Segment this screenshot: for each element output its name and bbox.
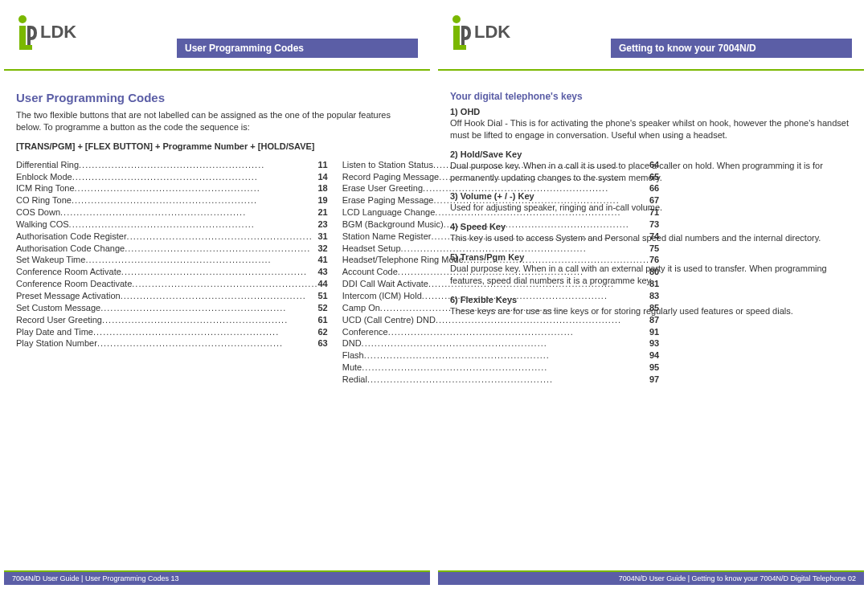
code-dots <box>93 326 318 338</box>
code-label: Listen to Station Status <box>342 159 433 171</box>
page-right: LDK Getting to know your 7004N/D Your di… <box>434 0 868 613</box>
key-heading: 2) Hold/Save Key <box>450 149 852 159</box>
header-area: LDK User Programming Codes <box>0 0 434 69</box>
code-row: CO Ring Tone19 <box>16 194 328 206</box>
code-dots <box>60 206 317 219</box>
code-row: Conference Room Deactivate44 <box>16 278 328 290</box>
footer-bar-right: 7004N/D User Guide | Getting to know you… <box>438 572 864 585</box>
code-number: 23 <box>318 219 328 231</box>
code-label: Intercom (ICM) Hold <box>342 290 422 302</box>
key-description: This key is used to access System and Pe… <box>450 232 852 244</box>
footer-left: 7004N/D User Guide | User Programming Co… <box>4 570 430 585</box>
logo-text: LDK <box>40 22 76 43</box>
code-label: COS Down <box>16 206 60 219</box>
code-dots <box>121 266 318 278</box>
key-description: Dual purpose key. When in a call with an… <box>450 263 852 287</box>
code-row: Authorisation Code Register31 <box>16 231 328 243</box>
code-row: Set Wakeup Time41 <box>16 254 328 266</box>
code-row: Play Station Number63 <box>16 337 328 349</box>
code-label: LCD Language Change <box>342 206 436 219</box>
code-dots <box>72 194 318 206</box>
header-area-right: LDK Getting to know your 7004N/D <box>434 0 868 69</box>
code-label: Play Date and Time <box>16 326 93 338</box>
code-label: BGM (Background Music) <box>342 219 444 231</box>
divider-line <box>438 69 864 71</box>
code-label: Authorisation Code Register <box>16 231 127 243</box>
code-row: Preset Message Activation51 <box>16 290 328 302</box>
header-bar-right: Getting to know your 7004N/D <box>611 39 852 58</box>
logo-icon <box>16 14 39 50</box>
code-row: Enblock Mode14 <box>16 171 328 183</box>
code-row: Set Custom Message52 <box>16 302 328 314</box>
code-label: Conference Room Deactivate <box>16 278 132 290</box>
content-left: User Programming Codes The two flexible … <box>0 83 434 386</box>
svg-point-3 <box>452 15 461 23</box>
key-block: 6) Flexible KeysThese keys are for use a… <box>450 295 852 317</box>
header-bar-left: User Programming Codes <box>177 39 418 58</box>
code-number: 18 <box>318 182 328 194</box>
code-label: Erase User Greeting <box>342 182 423 194</box>
code-dots <box>100 302 317 314</box>
code-label: Play Station Number <box>16 337 97 349</box>
code-label: Record User Greeting <box>16 314 102 326</box>
code-number: 61 <box>318 314 328 326</box>
code-label: Headset Setup <box>342 243 401 255</box>
key-description: These keys are for use as line keys or f… <box>450 305 852 317</box>
code-label: Set Wakeup Time <box>16 254 85 266</box>
key-heading: 3) Volume (+ / -) Key <box>450 191 852 201</box>
page-left: LDK User Programming Codes User Programm… <box>0 0 434 613</box>
key-block: 2) Hold/Save KeyDual purpose key. When i… <box>450 149 852 184</box>
code-number: 41 <box>318 254 328 266</box>
code-label: Conference Room Activate <box>16 266 121 278</box>
code-dots <box>125 243 317 255</box>
code-number: 21 <box>318 206 328 219</box>
intro-text: The two flexible buttons that are not la… <box>16 109 418 133</box>
code-number: 19 <box>318 194 328 206</box>
code-row: Play Date and Time62 <box>16 326 328 338</box>
code-label: Station Name Register <box>342 231 432 243</box>
code-dots <box>97 337 318 349</box>
key-heading: 4) Speed Key <box>450 222 852 231</box>
key-description: Off Hook Dial - This is for activating t… <box>450 117 852 141</box>
section-title-right: Your digital telephone's keys <box>450 91 852 102</box>
content-right: Your digital telephone's keys 1) OHDOff … <box>434 83 868 317</box>
code-label: UCD (Call Centre) DND <box>342 314 436 326</box>
code-row: Conference Room Activate43 <box>16 266 328 278</box>
key-block: 5) Trans/Pgm KeyDual purpose key. When i… <box>450 252 852 287</box>
code-row: Differential Ring11 <box>16 159 328 171</box>
code-label: ICM Ring Tone <box>16 182 75 194</box>
code-label: DDI Call Wait Activate <box>342 278 428 290</box>
svg-rect-5 <box>461 26 465 45</box>
code-row: ICM Ring Tone18 <box>16 182 328 194</box>
code-row: COS Down21 <box>16 206 328 219</box>
svg-rect-2 <box>27 26 31 45</box>
code-number: 52 <box>318 302 328 314</box>
code-label: Conference <box>342 326 388 338</box>
code-label: Erase Paging Message <box>342 194 434 206</box>
code-label: Enblock Mode <box>16 171 72 183</box>
key-block: 3) Volume (+ / -) KeyUsed for adjusting … <box>450 191 852 214</box>
code-number: 11 <box>318 159 328 171</box>
code-label: Set Custom Message <box>16 302 100 314</box>
code-label: Preset Message Activation <box>16 290 121 302</box>
key-heading: 5) Trans/Pgm Key <box>450 252 852 262</box>
footer-right: 7004N/D User Guide | Getting to know you… <box>438 570 864 585</box>
code-label: Flash <box>342 349 364 362</box>
svg-point-0 <box>18 15 27 23</box>
code-number: 63 <box>318 337 328 349</box>
key-block: 4) Speed KeyThis key is used to access S… <box>450 222 852 244</box>
code-label: Differential Ring <box>16 159 79 171</box>
footer-bar-left: 7004N/D User Guide | User Programming Co… <box>4 572 430 585</box>
code-number: 31 <box>318 231 328 243</box>
keys-list: 1) OHDOff Hook Dial - This is for activa… <box>450 107 852 317</box>
logo-left: LDK <box>16 14 76 50</box>
section-title-left: User Programming Codes <box>16 91 418 104</box>
code-row: Walking COS23 <box>16 219 328 231</box>
svg-rect-1 <box>19 26 26 40</box>
key-description: Used for adjusting speaker, ringing and … <box>450 202 852 214</box>
key-heading: 1) OHD <box>450 107 852 116</box>
code-label: Record Paging Message <box>342 171 439 183</box>
code-dots <box>69 219 318 231</box>
key-heading: 6) Flexible Keys <box>450 295 852 304</box>
code-dots <box>75 182 318 194</box>
